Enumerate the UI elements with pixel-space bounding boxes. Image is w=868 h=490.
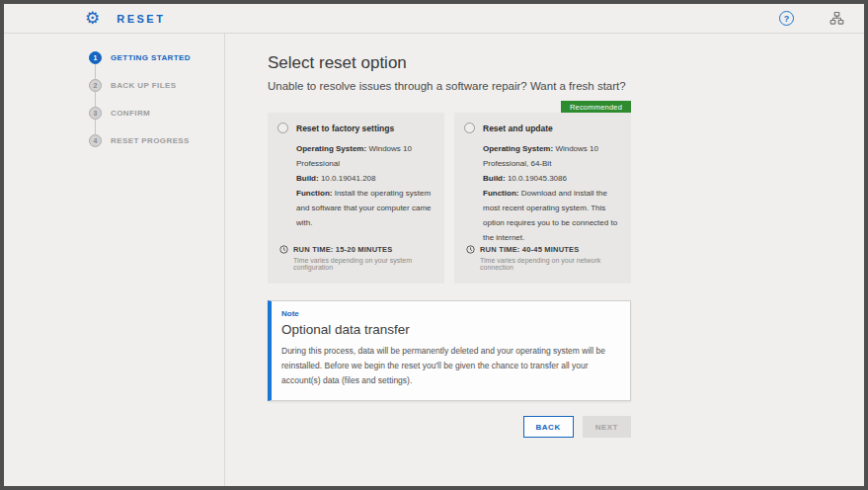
sidebar-step-back-up-files[interactable]: 2 BACK UP FILES [89,79,224,92]
radio-reset-and-update[interactable] [464,122,475,133]
action-buttons: BACK NEXT [268,416,631,438]
sidebar: 1 GETTING STARTED 2 BACK UP FILES 3 CONF… [4,34,225,486]
step-connector [95,120,96,134]
gear-icon: ⚙ [85,10,100,27]
option-details: Operating System: Windows 10 Professiona… [296,141,433,230]
app-window: ⚙ RESET ? 1 GETTING STARTED 2 BACK UP FI… [0,0,868,490]
sidebar-step-confirm[interactable]: 3 CONFIRM [89,107,224,120]
step-label: BACK UP FILES [111,81,176,90]
top-bar: ⚙ RESET ? [4,4,864,34]
clock-icon [466,245,475,254]
reset-options: Reset to factory settings Operating Syst… [268,113,631,284]
next-button[interactable]: NEXT [583,416,631,438]
note-title: Optional data transfer [281,322,616,337]
runtime-text: RUN TIME: 40-45 MINUTES [480,245,579,254]
note-box: Note Optional data transfer During this … [268,300,631,401]
main-area: Select reset option Unable to resolve is… [225,34,864,486]
step-connector [95,64,96,79]
os-label: Operating System: [483,144,553,153]
option-card-reset-and-update[interactable]: Recommended Reset and update Operating S… [454,113,631,284]
step-connector [95,92,96,107]
build-label: Build: [483,174,506,183]
step-number: 3 [89,107,102,120]
step-label: RESET PROGRESS [111,136,190,145]
step-number: 1 [89,51,102,64]
function-label: Function: [483,189,518,198]
help-icon[interactable]: ? [779,11,794,26]
page-title: Select reset option [268,53,631,73]
option-card-factory-reset[interactable]: Reset to factory settings Operating Syst… [268,113,444,284]
sidebar-step-reset-progress[interactable]: 4 RESET PROGRESS [89,134,224,147]
step-label: GETTING STARTED [111,53,191,62]
option-footer: RUN TIME: 40-45 MINUTES Time varies depe… [464,245,619,271]
step-number: 2 [89,79,102,92]
option-footer: RUN TIME: 15-20 MINUTES Time varies depe… [277,245,433,271]
page-subtitle: Unable to resolve issues through a softw… [268,80,631,92]
app-title: RESET [117,13,165,25]
radio-factory-reset[interactable] [277,122,288,133]
sidebar-step-getting-started[interactable]: 1 GETTING STARTED [89,51,224,64]
clock-icon [279,245,288,254]
runtime-note: Time varies depending on your system con… [293,257,433,271]
sitemap-icon[interactable] [829,11,844,26]
option-details: Operating System: Windows 10 Professiona… [483,141,619,245]
option-title: Reset and update [483,123,553,133]
runtime-note: Time varies depending on your network co… [480,257,619,271]
build-value: 10.0.19041.208 [321,174,376,183]
recommended-badge: Recommended [561,101,631,113]
step-label: CONFIRM [111,109,150,118]
note-label: Note [281,309,616,318]
os-label: Operating System: [296,144,366,153]
option-title: Reset to factory settings [296,123,394,133]
runtime-text: RUN TIME: 15-20 MINUTES [293,245,392,254]
build-value: 10.0.19045.3086 [508,174,567,183]
build-label: Build: [296,174,319,183]
step-number: 4 [89,134,102,147]
function-label: Function: [296,189,332,198]
back-button[interactable]: BACK [523,416,574,438]
note-body: During this process, data will be perman… [281,344,616,388]
